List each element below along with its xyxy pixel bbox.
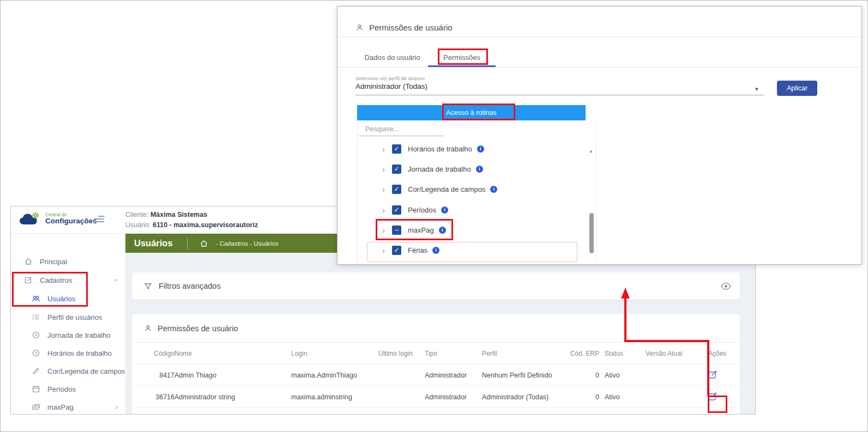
money-icon [32, 403, 40, 411]
client-value: Máxima Sistemas [150, 211, 207, 218]
checkbox-checked-icon[interactable]: ✓ [392, 185, 401, 194]
user-label: Usuário: [125, 221, 151, 229]
clock-icon [32, 349, 40, 357]
profile-select-label: Selecione um perfil de acesso [355, 75, 425, 81]
calendar-icon [32, 385, 40, 393]
sidebar-item-usuarios[interactable]: Usuários [11, 290, 125, 307]
main-content: Filtros avançados Permissões de usuário … [125, 253, 756, 415]
profile-select[interactable]: Administrador (Todas) [355, 82, 427, 90]
tree-item-ferias[interactable]: › ✓ Férias i [358, 243, 576, 257]
dropdown-arrow-icon[interactable]: ▾ [755, 86, 758, 93]
info-icon[interactable]: i [476, 166, 483, 173]
edit-user-icon[interactable] [708, 370, 718, 379]
sidebar-item-horarios-de-trabalho[interactable]: Horários de trabalho [11, 345, 125, 361]
tree-item-cor-legenda[interactable]: › ✓ Cor/Legenda de campos i [358, 182, 576, 196]
home-icon [24, 257, 33, 266]
expand-chevron-icon[interactable]: › [382, 226, 385, 234]
home-icon[interactable] [200, 239, 208, 248]
checkbox-indeterminate-icon[interactable]: – [392, 226, 401, 235]
edit-user-icon[interactable] [708, 392, 718, 401]
table-row: 8417 Admin Thiago maxima.AdminThiago Adm… [132, 364, 740, 386]
sidebar-item-perfil-de-usuarios[interactable]: Perfil de usuários [11, 309, 125, 325]
sidebar-item-cor-legenda[interactable]: Cor/Legenda de campos [11, 363, 125, 379]
expand-chevron-icon[interactable]: › [382, 185, 385, 193]
apply-button[interactable]: Aplicar [777, 81, 817, 96]
scrollbar-thumb[interactable] [589, 213, 594, 253]
client-label: Cliente: [125, 211, 148, 218]
tab-dados-do-usuario[interactable]: Dados do usuário [355, 53, 429, 62]
table-title: Permissões de usuário [158, 324, 238, 333]
users-icon [32, 294, 40, 303]
sidebar-item-maxpag[interactable]: maxPag › [11, 399, 125, 415]
dialog-title: Permissões de usuário [369, 23, 453, 32]
checkbox-checked-icon[interactable]: ✓ [392, 165, 401, 174]
cloud-logo-icon [19, 211, 43, 226]
checkbox-checked-icon[interactable]: ✓ [392, 205, 401, 215]
routines-tree-panel: › ✓ Horários de trabalho i › ✓ Jornada d… [357, 120, 596, 265]
table-title-row: Permissões de usuário [132, 314, 740, 343]
sidebar-item-jornada-de-trabalho[interactable]: Jornada de trabalho [11, 327, 125, 343]
expand-chevron-icon[interactable]: › [382, 206, 385, 214]
advanced-filters-card[interactable]: Filtros avançados [132, 272, 740, 300]
session-info: Cliente: Máxima Sistemas Usuário: 6110 -… [125, 210, 258, 230]
edit-square-icon [24, 276, 33, 284]
clock-icon [32, 331, 40, 339]
info-icon[interactable]: i [439, 227, 446, 234]
checkbox-checked-icon[interactable]: ✓ [392, 246, 401, 255]
sidebar-item-cadastros[interactable]: Cadastros › [11, 272, 125, 288]
info-icon[interactable]: i [432, 247, 439, 254]
table-header-row: Código Nome Login Último login Tipo Perf… [132, 343, 740, 364]
tree-item-jornada-de-trabalho[interactable]: › ✓ Jornada de trabalho i [358, 162, 576, 176]
divider [337, 67, 861, 68]
scroll-up-icon[interactable]: ▲ [589, 149, 593, 154]
expand-chevron-icon[interactable]: › [382, 246, 385, 254]
filters-title: Filtros avançados [159, 282, 221, 290]
screenshot-frame: Central de Configurações Cliente: Máxima… [0, 0, 868, 432]
divider [355, 95, 764, 95]
table-row: 36716 Administrador string maxima.admins… [132, 386, 740, 408]
checkbox-checked-icon[interactable]: ✓ [392, 144, 401, 154]
filter-icon [144, 282, 152, 290]
sidebar-item-periodos[interactable]: Períodos [11, 381, 125, 397]
person-icon [355, 23, 364, 32]
pencil-icon [32, 367, 40, 375]
divider [187, 238, 188, 250]
breadcrumb: - Cadastros - Usuários [216, 240, 279, 247]
routines-header: Acesso à rotinas [357, 105, 586, 120]
tree-item-horarios-de-trabalho[interactable]: › ✓ Horários de trabalho i [358, 142, 576, 156]
tab-permissoes[interactable]: Permissões [429, 53, 495, 62]
sidebar-item-principal[interactable]: Principal [11, 253, 125, 270]
app-logo: Central de Configurações [19, 211, 97, 226]
chevron-down-icon: › [115, 276, 118, 284]
dialog-title-row: Permissões de usuário [355, 23, 453, 32]
active-tab-underline [428, 65, 496, 67]
chevron-right-icon: › [115, 403, 118, 411]
routine-search-input[interactable] [359, 124, 443, 136]
page-title: Usuários [134, 238, 173, 248]
divider [337, 36, 861, 37]
users-table-card: Permissões de usuário Código Nome Login … [132, 314, 740, 415]
expand-chevron-icon[interactable]: › [382, 165, 385, 173]
user-value: 6110 - maxima.supervisorautoriz [153, 221, 258, 229]
sidebar: Principal Cadastros › Usuários Perfil de… [11, 234, 125, 415]
person-icon [144, 324, 152, 332]
info-icon[interactable]: i [477, 145, 484, 153]
list-icon [32, 313, 40, 321]
expand-chevron-icon[interactable]: › [382, 145, 385, 153]
permissions-dialog: Permissões de usuário Dados do usuário P… [337, 6, 862, 265]
info-icon[interactable]: i [441, 206, 448, 214]
tree-item-maxpag[interactable]: › – maxPag i [358, 223, 576, 237]
eye-icon[interactable] [720, 282, 732, 290]
logo-line2: Configurações [45, 217, 97, 225]
menu-toggle-icon[interactable] [94, 216, 105, 224]
tree-item-periodos[interactable]: › ✓ Períodos i [358, 203, 576, 217]
info-icon[interactable]: i [490, 186, 497, 193]
